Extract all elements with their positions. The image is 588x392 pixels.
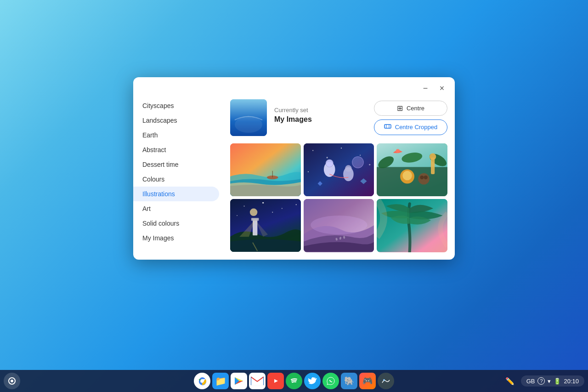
svg-point-26 — [430, 153, 436, 160]
wallpaper-item-1[interactable] — [230, 143, 301, 196]
taskbar-right: ✏️ GB ? ▾ 🔋 20:10 — [502, 373, 584, 389]
titlebar: − × — [133, 77, 455, 95]
svg-rect-8 — [304, 143, 374, 196]
svg-point-34 — [243, 206, 244, 207]
taskbar-center: 📁 — [194, 373, 394, 389]
svg-point-40 — [250, 209, 257, 216]
svg-point-19 — [345, 165, 351, 171]
sidebar-item-dessert-time[interactable]: Dessert time — [133, 157, 219, 172]
wallpaper-item-3[interactable] — [377, 143, 447, 196]
position-buttons: ⊞ Centre Centre Cropped — [374, 101, 447, 135]
taskbar-files[interactable]: 📁 — [212, 373, 229, 389]
svg-point-37 — [296, 205, 297, 205]
clock: 20:10 — [564, 378, 579, 385]
taskbar-play[interactable] — [231, 373, 247, 389]
taskbar-wallpaper[interactable] — [378, 373, 394, 389]
current-name: My Images — [274, 115, 367, 124]
taskbar-left — [4, 373, 20, 389]
taskbar-gmail[interactable] — [249, 373, 266, 389]
svg-point-35 — [262, 202, 264, 204]
svg-rect-2 — [384, 125, 391, 128]
svg-rect-49 — [377, 199, 447, 252]
svg-rect-41 — [253, 219, 257, 235]
svg-rect-25 — [431, 158, 435, 174]
svg-point-14 — [308, 171, 309, 172]
taskbar-twitter[interactable] — [304, 373, 321, 389]
sidebar-item-landscapes[interactable]: Landscapes — [133, 113, 219, 128]
svg-point-51 — [11, 380, 13, 382]
help-icon: ? — [537, 377, 545, 385]
sidebar-item-solid-colours[interactable]: Solid colours — [133, 216, 219, 231]
system-tray[interactable]: GB ? ▾ 🔋 20:10 — [521, 375, 584, 386]
svg-point-10 — [326, 157, 328, 158]
taskbar-spotify[interactable] — [286, 373, 302, 389]
current-info: Currently set My Images — [274, 107, 367, 129]
sidebar: Cityscapes Landscapes Earth Abstract Des… — [133, 95, 223, 260]
wallpaper-item-4[interactable] — [230, 199, 301, 252]
centre-button[interactable]: ⊞ Centre — [374, 101, 447, 116]
svg-point-9 — [312, 150, 313, 151]
svg-point-28 — [403, 171, 413, 181]
wallpaper-item-5[interactable] — [304, 199, 374, 252]
svg-point-29 — [418, 173, 430, 185]
desktop: − × Cityscapes Landscapes Earth Abstract… — [0, 0, 588, 392]
wallpaper-item-6[interactable] — [377, 199, 447, 252]
svg-point-53 — [201, 380, 204, 382]
network-label: GB — [526, 378, 535, 385]
wallpaper-dialog: − × Cityscapes Landscapes Earth Abstract… — [133, 77, 455, 260]
centre-cropped-button[interactable]: Centre Cropped — [374, 119, 447, 135]
svg-point-56 — [383, 379, 385, 381]
svg-point-12 — [360, 155, 361, 156]
svg-point-11 — [341, 148, 342, 148]
wallpaper-item-2[interactable] — [304, 143, 374, 196]
svg-point-30 — [420, 176, 424, 179]
wifi-icon: ▾ — [548, 378, 551, 385]
current-wallpaper-section: Currently set My Images ⊞ Centre — [230, 99, 447, 136]
battery-icon: 🔋 — [554, 378, 561, 385]
main-content: Currently set My Images ⊞ Centre — [223, 95, 455, 260]
taskbar-youtube[interactable] — [267, 373, 284, 389]
launcher-button[interactable] — [4, 373, 20, 389]
taskbar-mastodon[interactable]: 🐘 — [341, 373, 357, 389]
centre-icon: ⊞ — [397, 104, 403, 113]
svg-point-39 — [272, 212, 273, 213]
sidebar-item-earth[interactable]: Earth — [133, 128, 219, 142]
svg-point-31 — [424, 176, 428, 179]
centre-cropped-label: Centre Cropped — [395, 124, 438, 131]
minimize-button[interactable]: − — [419, 82, 432, 95]
svg-rect-42 — [251, 218, 259, 221]
close-button[interactable]: × — [435, 82, 448, 95]
sidebar-item-illustrations[interactable]: Illustrations — [133, 187, 219, 201]
centre-cropped-icon — [384, 123, 391, 132]
svg-point-36 — [282, 208, 283, 209]
current-label: Currently set — [274, 107, 367, 114]
svg-point-48 — [311, 216, 367, 234]
svg-point-1 — [235, 116, 262, 133]
wallpaper-grid — [230, 143, 447, 252]
edit-icon[interactable]: ✏️ — [502, 373, 518, 389]
dialog-body: Cityscapes Landscapes Earth Abstract Des… — [133, 95, 455, 260]
taskbar-app1[interactable]: 🎮 — [359, 373, 376, 389]
sidebar-item-abstract[interactable]: Abstract — [133, 142, 219, 157]
sidebar-item-art[interactable]: Art — [133, 201, 219, 216]
sidebar-item-my-images[interactable]: My Images — [133, 231, 219, 245]
svg-point-17 — [326, 159, 333, 167]
current-thumbnail — [230, 99, 267, 136]
taskbar-whatsapp[interactable] — [322, 373, 339, 389]
sidebar-item-cityscapes[interactable]: Cityscapes — [133, 98, 219, 113]
svg-point-38 — [237, 215, 237, 216]
sidebar-item-colours[interactable]: Colours — [133, 172, 219, 187]
taskbar-chrome[interactable] — [194, 373, 210, 389]
taskbar: 📁 — [0, 370, 588, 392]
svg-point-15 — [352, 157, 363, 168]
svg-point-13 — [369, 164, 370, 165]
svg-point-32 — [396, 149, 400, 153]
centre-label: Centre — [407, 105, 424, 112]
